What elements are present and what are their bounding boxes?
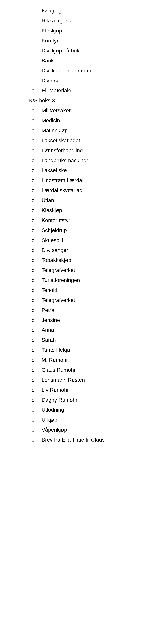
list-item-label: Issaging [42, 8, 62, 14]
list-item: o Landbruksmaskiner [10, 156, 150, 164]
bullet-icon: o [32, 206, 35, 214]
list-item: o Telegrafverket [10, 266, 150, 274]
bullet-icon: o [32, 116, 35, 124]
list-item-label: Dagny Rumohr [42, 397, 78, 403]
list-item: o Dagny Rumohr [10, 396, 150, 404]
list-item: o Skuespill [10, 236, 150, 244]
bullet-icon: o [32, 166, 35, 174]
bullet-icon: o [32, 276, 35, 284]
list-item-label: Lønnsforhandling [42, 147, 83, 153]
bullet-icon: o [32, 186, 35, 194]
list-item-label: Div. kladdepapir m.m. [42, 68, 93, 74]
section-heading: - K/S boks 3 [10, 96, 150, 104]
list-item-label: Lindstrøm Lærdal [42, 177, 83, 183]
list-item: o Div. sanger [10, 246, 150, 254]
list-item: o Petra [10, 306, 150, 314]
list-item: o Lindstrøm Lærdal [10, 176, 150, 184]
bullet-icon: o [32, 226, 35, 234]
list-item-label: Medisin [42, 118, 60, 124]
bullet-icon: o [32, 36, 35, 44]
section-heading-label: K/S boks 3 [29, 98, 55, 104]
list-item: o Kontorutstyr [10, 216, 150, 224]
list-item-label: Utlån [42, 197, 54, 203]
list-item: o Utlån [10, 196, 150, 204]
bullet-icon: o [32, 386, 35, 394]
bullet-icon: o [32, 336, 35, 344]
list-item: o Laksefiskarlaget [10, 136, 150, 144]
list-item: o Laksefiske [10, 166, 150, 174]
bullet-icon: o [32, 176, 35, 184]
list-item: o Div. kjøp på bok [10, 46, 150, 54]
list-item: o Rikka Irgens [10, 17, 150, 24]
bullet-icon: o [32, 56, 35, 64]
bullet-icon: o [32, 126, 35, 134]
dash-icon: - [19, 96, 21, 104]
list-item-label: Kontorutstyr [42, 217, 71, 223]
list-item-label: Div. sanger [42, 247, 68, 253]
bullet-icon: o [32, 216, 35, 224]
list-item-label: Div. kjøp på bok [42, 48, 80, 54]
list-item: o Anna [10, 326, 150, 334]
bullet-icon: o [32, 26, 35, 34]
list-item: o M. Rumohr [10, 356, 150, 364]
bullet-icon: o [32, 236, 35, 244]
list-item-label: Telegrafverket [42, 297, 75, 303]
list-item: o Matinnkjøp [10, 126, 150, 134]
bullet-icon: o [32, 196, 35, 204]
list-item-label: Kleskjøp [42, 207, 62, 213]
list-item-label: Petra [42, 307, 54, 313]
bullet-icon: o [32, 76, 35, 84]
list-item-label: Kleskjøp [42, 28, 62, 34]
list-item: o Kleskjøp [10, 26, 150, 34]
list-item: o Utlodning [10, 406, 150, 414]
bullet-icon: o [32, 286, 35, 294]
bullet-icon: o [32, 136, 35, 144]
list-item-label: M. Rumohr [42, 357, 68, 363]
list-item-label: Claus Rumohr [42, 367, 76, 373]
list-item: o Jensine [10, 316, 150, 324]
list-item-label: Turistforeningen [42, 277, 80, 283]
list-item-label: Liv Rumohr [42, 387, 69, 393]
bullet-icon: o [32, 436, 35, 444]
list-item: o Telegrafverket [10, 296, 150, 304]
list-item: o Diverse [10, 76, 150, 84]
list-item: o El. Materiale [10, 86, 150, 94]
list-item: o Kleskjøp [10, 206, 150, 214]
list-item: o Tante Helga [10, 346, 150, 354]
list-item: o Komfyren [10, 36, 150, 44]
bullet-icon: o [32, 66, 35, 74]
list-item: o Tobakkskjøp [10, 256, 150, 264]
bullet-icon: o [32, 296, 35, 304]
list-item-label: Sarah [42, 337, 56, 343]
list-item-label: El. Materiale [42, 88, 71, 94]
list-item-label: Urkjøp [42, 417, 57, 423]
list-item: o Liv Rumohr [10, 386, 150, 394]
list-item-label: Tante Helga [42, 347, 70, 353]
bullet-icon: o [32, 406, 35, 414]
list-item-label: Anna [42, 327, 54, 333]
bullet-icon: o [32, 416, 35, 424]
list-item: o Div. kladdepapir m.m. [10, 66, 150, 74]
bullet-icon: o [32, 106, 35, 114]
bullet-icon: o [32, 306, 35, 314]
list-item-label: Telegrafverket [42, 267, 75, 273]
list-item: o Lærdal skyttarlag [10, 186, 150, 194]
list-item-label: Tobakkskjøp [42, 257, 71, 263]
list-item-label: Rikka Irgens [42, 18, 71, 24]
list-item: o Medisin [10, 116, 150, 124]
list-item: o Bank [10, 56, 150, 64]
bullet-icon: o [32, 356, 35, 364]
bullet-icon: o [32, 316, 35, 324]
list-item-label: Lærdal skyttarlag [42, 187, 82, 193]
list-item-label: Bank [42, 58, 54, 64]
list-item: o Turistforeningen [10, 276, 150, 284]
list-item-label: Militærsaker [42, 108, 71, 114]
bullet-icon: o [32, 346, 35, 354]
bullet-icon: o [32, 86, 35, 94]
list-item-label: Laksefiske [42, 167, 67, 173]
bullet-icon: o [32, 396, 35, 404]
bullet-icon: o [32, 46, 35, 54]
list-item-label: Utlodning [42, 407, 64, 413]
list-item-label: Tenold [42, 287, 57, 293]
list-item-label: Lensmann Rusten [42, 377, 85, 383]
